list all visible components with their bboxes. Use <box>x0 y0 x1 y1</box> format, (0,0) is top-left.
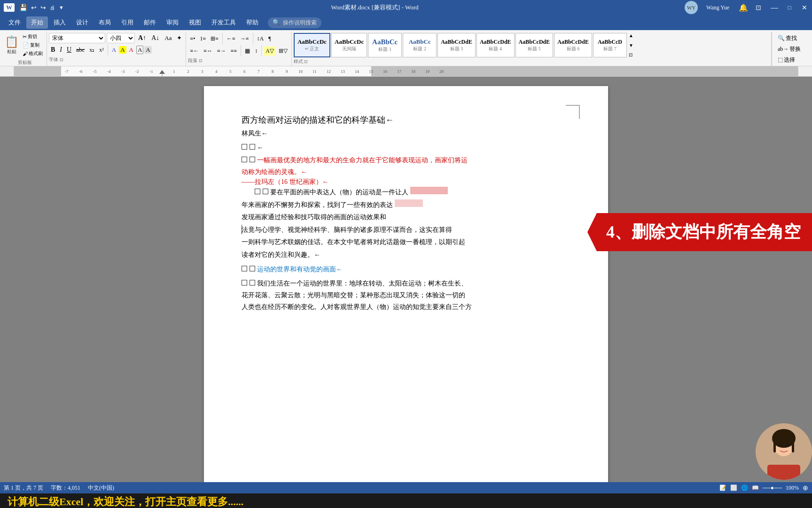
menu-file[interactable]: 文件 <box>4 16 25 29</box>
font-name-select[interactable]: 宋体 <box>49 33 105 43</box>
bottom-ticker: 计算机二级Excel，欢迎关注，打开主页查看更多...... <box>0 493 812 508</box>
select-btn[interactable]: ⬚ 选择 <box>776 56 805 64</box>
menu-mailings[interactable]: 邮件 <box>139 16 161 29</box>
sq6 <box>263 189 268 194</box>
svg-text:9: 9 <box>286 69 288 74</box>
menu-design[interactable]: 设计 <box>71 16 93 29</box>
menu-layout[interactable]: 布局 <box>94 16 116 29</box>
copy-btn[interactable]: 📄 复制 <box>21 41 45 49</box>
customize-icon[interactable]: ▼ <box>59 5 64 10</box>
style-no-space[interactable]: AaBbCcDc 无间隔 <box>331 33 367 57</box>
bold-btn[interactable]: B <box>49 45 57 55</box>
style-heading3[interactable]: AaBbCcDdE 标题 3 <box>437 33 476 57</box>
save-quick-icon[interactable]: 💾 <box>18 3 28 13</box>
style-heading6[interactable]: AaBbCcDdE 标题 6 <box>554 33 592 57</box>
menu-review[interactable]: 审阅 <box>162 16 183 29</box>
menu-home[interactable]: 开始 <box>26 16 48 29</box>
styles-group: AaBbCcDc ↵ 正文 AaBbCcDc 无间隔 AaBbCc 标题 1 A… <box>292 32 772 66</box>
find-btn[interactable]: 🔍 查找 <box>776 34 805 43</box>
align-center-btn[interactable]: ≡↔ <box>202 47 214 56</box>
svg-text:-6: -6 <box>79 69 83 74</box>
print-icon[interactable]: 🖨 <box>49 4 56 11</box>
zoom-slider[interactable]: ──●── <box>763 484 782 492</box>
font-aa-btn[interactable]: Aa <box>163 33 173 43</box>
menu-references[interactable]: 引用 <box>117 16 138 29</box>
view-mode-read[interactable]: 📖 <box>752 484 759 492</box>
font-size-decrease-btn[interactable]: A↓ <box>149 33 161 43</box>
maximize-button[interactable]: □ <box>786 4 793 11</box>
style-heading1[interactable]: AaBbCc 标题 1 <box>368 33 402 57</box>
menu-help[interactable]: 帮助 <box>242 16 263 29</box>
ribbon-display-icon[interactable]: ⊡ <box>756 4 761 12</box>
text-border-btn[interactable]: A <box>136 46 143 54</box>
square4 <box>250 157 255 162</box>
shading-btn[interactable]: A▽ <box>264 47 276 56</box>
redo-icon[interactable]: ↪ <box>39 3 47 13</box>
justify-btn[interactable]: ≡≡ <box>229 47 239 56</box>
close-button[interactable]: ✕ <box>801 4 808 11</box>
ruler-svg: -7 -6 -5 -4 -3 -2 -1 1 2 3 4 5 6 7 8 9 1… <box>14 66 798 76</box>
user-avatar[interactable]: WY <box>685 1 698 14</box>
font-size-increase-btn[interactable]: A↑ <box>136 33 148 43</box>
styles-expand-icon[interactable]: ⊡ <box>629 52 633 57</box>
menu-view[interactable]: 视图 <box>184 16 206 29</box>
sq8 <box>250 266 255 271</box>
styles-up-icon[interactable]: ▲ <box>629 33 633 38</box>
style-heading4[interactable]: AaBbCcDdE 标题 4 <box>476 33 515 57</box>
view-mode-web[interactable]: 🌐 <box>741 484 748 492</box>
multilevel-btn[interactable]: ⊞≡ <box>209 34 220 43</box>
undo-icon[interactable]: ↩ <box>30 3 38 13</box>
styles-scroll[interactable]: ▲ ▼ ⊡ <box>629 33 633 57</box>
style-heading2[interactable]: AaBbCc 标题 2 <box>403 33 437 57</box>
toolbar-area: 📋 粘贴 ✂ 剪切 📄 复制 🖌 格式刷 剪贴板 宋体 小四 <box>0 30 812 66</box>
show-marks-btn[interactable]: ¶ <box>266 34 273 43</box>
svg-text:3: 3 <box>201 69 203 74</box>
search-box[interactable]: 🔍 操作说明搜索 <box>268 17 321 28</box>
menu-developer[interactable]: 开发工具 <box>207 16 241 29</box>
line-spacing-btn[interactable]: ↕ <box>253 47 259 56</box>
square3 <box>242 157 247 162</box>
numbering-btn[interactable]: 1≡ <box>198 34 208 43</box>
notifications-icon[interactable]: 🔔 <box>739 3 748 12</box>
font-size-select[interactable]: 小四 <box>107 33 135 43</box>
cut-btn[interactable]: ✂ 剪切 <box>21 33 45 40</box>
strikethrough-btn[interactable]: abc <box>74 45 86 55</box>
doc-attribution: ——拉玛左（16 世纪画家）← <box>242 178 570 186</box>
font-group: 宋体 小四 A↑ A↓ Aa ✦ B I U abc x₂ x² A A <box>47 32 186 66</box>
view-mode-print[interactable]: ⬜ <box>730 484 737 492</box>
floating-user-avatar <box>756 423 812 480</box>
align-right-btn[interactable]: ≡→ <box>215 47 228 56</box>
clipboard-label: 剪贴板 <box>18 58 32 66</box>
decrease-indent-btn[interactable]: ←≡ <box>225 34 237 43</box>
format-painter-btn[interactable]: 🖌 格式刷 <box>21 50 45 57</box>
subscript-btn[interactable]: x₂ <box>87 46 96 55</box>
cols-btn[interactable]: ▦ <box>243 47 252 56</box>
italic-btn[interactable]: I <box>58 45 64 55</box>
minimize-button[interactable]: — <box>771 4 778 11</box>
style-heading7[interactable]: AaBbCcD 标题 7 <box>593 33 627 57</box>
char-shading-btn[interactable]: A <box>144 46 151 54</box>
sq5 <box>255 189 260 194</box>
underline-btn[interactable]: U <box>65 45 73 55</box>
border-btn[interactable]: ⊞▽ <box>277 47 289 56</box>
document-area[interactable]: 西方绘画对运动的描述和它的科学基础← 林凤生← ← 一幅画最优美的地方和最大的生… <box>0 77 812 482</box>
style-heading5[interactable]: AaBbCcDdE 标题 5 <box>515 33 554 57</box>
svg-text:6: 6 <box>243 69 246 74</box>
ruler-content: -7 -6 -5 -4 -3 -2 -1 1 2 3 4 5 6 7 8 9 1… <box>14 66 798 76</box>
increase-indent-btn[interactable]: →≡ <box>238 34 251 43</box>
text-effect-btn[interactable]: A <box>110 45 118 55</box>
text-highlight-btn[interactable]: A <box>119 46 126 54</box>
style-normal[interactable]: AaBbCcDc ↵ 正文 <box>294 33 330 57</box>
menu-insert[interactable]: 插入 <box>49 16 70 29</box>
paste-btn[interactable]: 📋 粘贴 <box>5 35 19 55</box>
sort-btn[interactable]: ↕A <box>255 34 266 43</box>
styles-down-icon[interactable]: ▼ <box>629 43 633 48</box>
align-left-btn[interactable]: ≡← <box>188 47 201 56</box>
zoom-in-btn[interactable]: ⊕ <box>803 484 808 492</box>
replace-btn[interactable]: ab→ 替换 <box>776 45 805 54</box>
titlebar-left: W 💾 ↩ ↪ 🖨 ▼ <box>4 3 65 13</box>
bullets-btn[interactable]: ≡• <box>188 34 197 43</box>
superscript-btn[interactable]: x² <box>97 46 106 55</box>
text-color-btn[interactable]: A <box>127 45 135 55</box>
clear-format-btn[interactable]: ✦ <box>175 33 184 43</box>
